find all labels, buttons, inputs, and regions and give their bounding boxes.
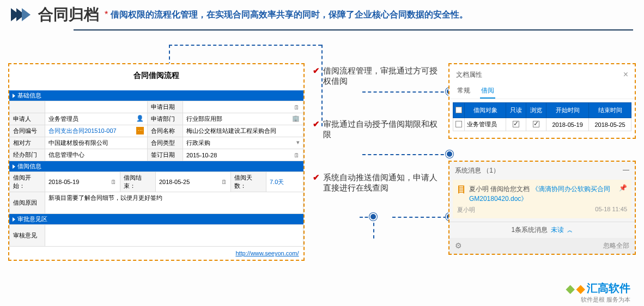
check-icon: ✔ <box>313 119 320 140</box>
value-contract-no[interactable]: 合同支出合同201510-007⋯ <box>45 125 148 137</box>
page-title: 合同归档 <box>38 4 99 25</box>
bullet-item: ✔ 借阅流程管理，审批通过方可授权借阅 <box>313 66 440 87</box>
label-applicant: 申请人 <box>10 113 45 125</box>
col-start: 开始时间 <box>546 103 589 118</box>
chevron-up-icon[interactable]: ︽ <box>567 227 573 234</box>
label-borrow-start: 借阅开始： <box>10 172 45 192</box>
dropdown-icon[interactable]: ▾ <box>296 139 300 146</box>
value-contract-type[interactable]: 行政采购▾ <box>183 137 303 149</box>
chevron-icon <box>22 8 31 21</box>
label-contract-name: 合同名称 <box>148 125 183 137</box>
calendar-icon[interactable]: 🗓 <box>221 179 227 185</box>
value-sign-date[interactable]: 2015-10-28🗓 <box>183 149 303 161</box>
value-counterparty: 中国建材股份有限公司 <box>45 137 148 149</box>
pin-icon[interactable]: 📌 <box>619 184 627 192</box>
check-icon: ✔ <box>313 66 320 87</box>
label-contract-type: 合同类型 <box>148 137 183 149</box>
value-borrow-days: 7.0天 <box>266 172 303 192</box>
tab-borrow[interactable]: 借阅 <box>480 84 495 99</box>
logo-icon: ◆ <box>566 282 574 295</box>
document-properties-panel: 文档属性 × 常规 借阅 借阅对象 只读 浏览 开始时间 结束时间 业务管理员 <box>448 63 636 139</box>
label-borrow-days: 借阅天数： <box>230 172 266 192</box>
section-approval: 审批意见区 <box>9 214 303 224</box>
label-sign-date: 签订日期 <box>148 149 183 161</box>
checkbox[interactable] <box>455 107 462 113</box>
logo-icon: ◆ <box>576 282 585 295</box>
label-handle-dept: 经办部门 <box>10 149 45 161</box>
cell-start[interactable]: 2018-05-19 <box>546 118 589 131</box>
notif-time: 05-18 11:45 <box>595 206 627 214</box>
table-row: 业务管理员 2018-05-19 2018-05-25 <box>453 118 631 131</box>
col-end: 结束时间 <box>589 103 631 118</box>
notif-title: 系统消息 （1） <box>455 166 500 175</box>
label-apply-date: 申请日期 <box>148 101 183 113</box>
cell-target: 业务管理员 <box>464 118 506 131</box>
borrow-process-form: 合同借阅流程 基础信息 申请日期 🗓 申请人 业务管理员👤 申请部门 行业部应用… <box>8 63 305 261</box>
system-message-panel: 系统消息 （1） — 📌 目 夏小明 借阅给您文档 《滴滴协同办公软购买合同GM… <box>448 161 636 255</box>
col-check <box>453 103 464 118</box>
close-icon[interactable]: × <box>623 70 628 79</box>
tab-general[interactable]: 常规 <box>456 84 471 99</box>
value-contract-name: 梅山公交枢纽站建设工程采购合同 <box>183 125 303 137</box>
value-borrow-start[interactable]: 2018-05-19🗓 <box>45 172 120 192</box>
col-browse: 浏览 <box>526 103 546 118</box>
calendar-icon[interactable]: 🗓 <box>111 179 117 185</box>
chevron-icon-group <box>11 8 27 21</box>
document-icon: 目 <box>457 184 466 195</box>
calendar-icon[interactable]: 🗓 <box>294 152 300 158</box>
page-header: 合同归档 * 借阅权限的流程化管理，在实现合同高效率共享的同时，保障了企业核心合… <box>0 0 644 29</box>
org-icon[interactable]: 🏢 <box>292 115 300 122</box>
lookup-icon[interactable]: ⋯ <box>136 127 144 134</box>
label-contract-no: 合同编号 <box>10 125 45 137</box>
props-tabs: 常规 借阅 <box>449 84 635 99</box>
checkbox[interactable] <box>455 121 462 127</box>
section-borrow-info: 借阅信息 <box>9 161 303 172</box>
form-title: 合同借阅流程 <box>9 64 303 90</box>
checkbox-checked[interactable] <box>513 121 519 127</box>
bullet-item: ✔ 系统自动推送借阅通知，申请人直接进行在线查阅 <box>313 173 440 193</box>
asterisk-icon: * <box>105 10 108 20</box>
value-handle-dept: 信息管理中心 <box>45 149 148 161</box>
minimize-icon[interactable]: — <box>623 166 629 175</box>
notif-sender: 夏小明 <box>457 206 475 214</box>
label-borrow-reason: 借阅原因 <box>10 192 45 214</box>
value-borrow-end[interactable]: 2018-05-25🗓 <box>155 172 230 192</box>
cell-end[interactable]: 2018-05-25 <box>589 118 631 131</box>
notif-footer[interactable]: 1条系统消息 未读 ︽ <box>449 222 635 238</box>
label-borrow-end: 借阅结束： <box>120 172 155 192</box>
calendar-icon[interactable]: 🗓 <box>294 104 300 111</box>
person-icon[interactable]: 👤 <box>136 115 144 122</box>
label-review-opinion: 审核意见 <box>10 225 45 247</box>
page-subtitle: 借阅权限的流程化管理，在实现合同高效率共享的同时，保障了企业核心合同数据的安全性… <box>111 9 468 21</box>
props-title: 文档属性 <box>456 70 482 79</box>
checkbox-checked[interactable] <box>533 121 539 127</box>
value-applicant[interactable]: 业务管理员👤 <box>45 113 148 125</box>
ignore-all[interactable]: 忽略全部 <box>603 241 629 250</box>
value-review-opinion[interactable] <box>45 225 303 247</box>
col-readonly: 只读 <box>506 103 526 118</box>
value-borrow-reason[interactable]: 新项目需要了解合同细节，以便月更好签约 <box>45 192 303 214</box>
value-apply-date[interactable]: 🗓 <box>183 101 303 113</box>
col-target: 借阅对象 <box>464 103 506 118</box>
label-counterparty: 相对方 <box>10 137 45 149</box>
label-apply-dept: 申请部门 <box>148 113 183 125</box>
footer-url[interactable]: http://www.seeyon.com/ <box>9 247 303 260</box>
notification-card[interactable]: 📌 目 夏小明 借阅给您文档 《滴滴协同办公软购买合同GM20180420.do… <box>453 180 631 218</box>
gear-icon[interactable]: ⚙ <box>455 241 462 250</box>
bullet-item: ✔ 审批通过自动授予借阅期限和权限 <box>313 119 440 140</box>
feature-bullets: ✔ 借阅流程管理，审批通过方可授权借阅 ✔ 审批通过自动授予借阅期限和权限 ✔ … <box>313 63 440 261</box>
props-table: 借阅对象 只读 浏览 开始时间 结束时间 业务管理员 2018-05-19 20… <box>453 102 631 131</box>
check-icon: ✔ <box>313 173 320 193</box>
section-basic-info: 基础信息 <box>9 90 303 101</box>
notif-message: 夏小明 借阅给您文档 《滴滴协同办公软购买合同GM20180420.doc》 <box>457 184 627 204</box>
brand-logo: ◆◆ 汇高软件 软件是根 服务为本 <box>566 281 630 304</box>
value-apply-dept[interactable]: 行业部应用部🏢 <box>183 113 303 125</box>
